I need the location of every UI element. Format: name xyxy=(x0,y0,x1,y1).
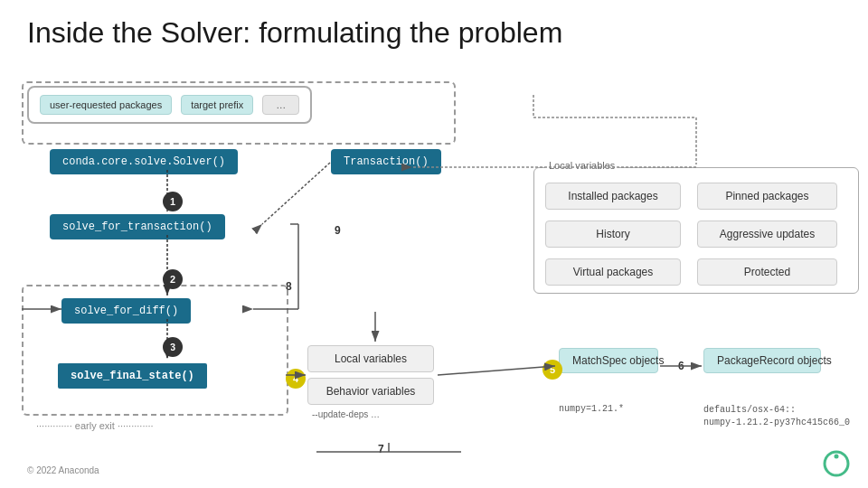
solver-box: conda.core.solve.Solver() xyxy=(50,149,238,174)
badge-8-text: 8 xyxy=(286,280,292,293)
packagerecord-box: PackageRecord objects xyxy=(703,348,821,373)
update-deps-label: --update-deps … xyxy=(312,409,380,419)
behavior-variables-box: Behavior variables xyxy=(307,378,434,405)
solve-for-transaction-box: solve_for_transaction() xyxy=(50,214,225,239)
badge-9-text: 9 xyxy=(335,224,341,237)
dashed-region xyxy=(22,285,288,416)
badge-7-text: 7 xyxy=(378,443,384,455)
top-dashed-region xyxy=(22,81,456,145)
aggressive-updates-box: Aggressive updates xyxy=(697,221,837,248)
defaults-osx-label: defaults/osx-64::numpy-1.21.2-py37hc415c… xyxy=(703,404,850,429)
local-variables-box-bottom: Local variables xyxy=(307,345,434,372)
badge-4: 4 xyxy=(286,369,306,389)
badge-5: 5 xyxy=(542,360,562,380)
svg-point-1 xyxy=(835,455,839,459)
local-vars-label: Local variables xyxy=(545,160,618,171)
virtual-packages-box: Virtual packages xyxy=(545,258,681,286)
local-vars-group: Local variables Installed packages Pinne… xyxy=(533,167,859,294)
anaconda-logo xyxy=(823,450,850,477)
matchspec-box: MatchSpec objects xyxy=(559,348,658,373)
badge-1: 1 xyxy=(163,192,183,211)
installed-packages-box: Installed packages xyxy=(545,183,681,210)
numpy-spec-label: numpy=1.21.* xyxy=(559,404,624,414)
svg-line-17 xyxy=(262,163,330,224)
svg-line-10 xyxy=(438,366,555,375)
transaction-box: Transaction() xyxy=(331,149,441,174)
badge-2: 2 xyxy=(163,269,183,289)
protected-box: Protected xyxy=(697,258,837,286)
early-exit-label: ············· early exit ············· xyxy=(36,420,154,431)
page-title: Inside the Solver: formulating the probl… xyxy=(27,16,562,50)
history-box: History xyxy=(545,221,681,248)
badge-6-text: 6 xyxy=(678,360,684,372)
copyright-text: © 2022 Anaconda xyxy=(27,465,99,475)
badge-3: 3 xyxy=(163,337,183,357)
pinned-packages-box: Pinned packages xyxy=(697,183,837,210)
